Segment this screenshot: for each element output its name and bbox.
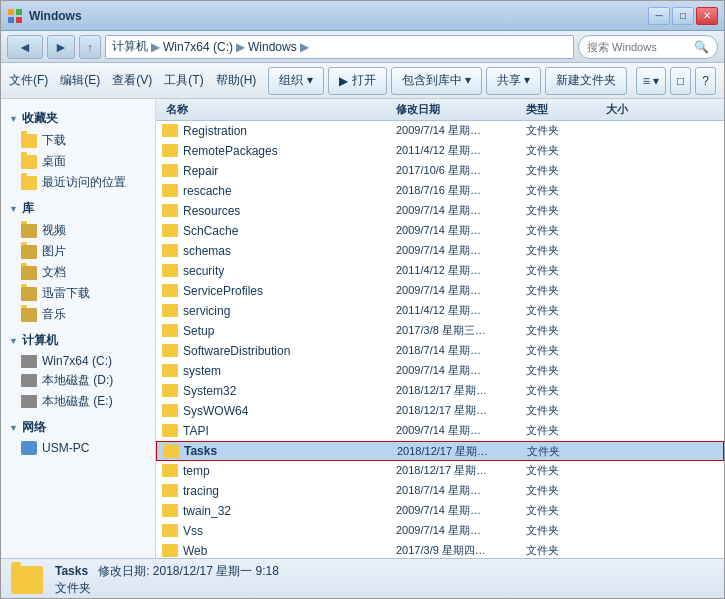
table-row[interactable]: SoftwareDistribution2018/7/14 星期…文件夹	[156, 341, 724, 361]
library-header[interactable]: ▼ 库	[1, 197, 155, 220]
file-name-cell: Resources	[156, 204, 396, 218]
search-box[interactable]: 🔍	[578, 35, 718, 59]
menu-help[interactable]: 帮助(H)	[216, 72, 257, 89]
file-date: 2018/7/14 星期…	[396, 343, 526, 358]
favorites-header[interactable]: ▼ 收藏夹	[1, 107, 155, 130]
table-row[interactable]: rescache2018/7/16 星期…文件夹	[156, 181, 724, 201]
table-row[interactable]: TAPI2009/7/14 星期…文件夹	[156, 421, 724, 441]
organize-label: 组织 ▾	[279, 72, 312, 89]
file-list[interactable]: 名称 修改日期 类型 大小 Registration2009/7/14 星期…文…	[156, 99, 724, 558]
maximize-button[interactable]: □	[672, 7, 694, 25]
table-row[interactable]: Vss2009/7/14 星期…文件夹	[156, 521, 724, 541]
col-header-date[interactable]: 修改日期	[396, 102, 526, 117]
organize-button[interactable]: 组织 ▾	[268, 67, 323, 95]
table-row[interactable]: twain_322009/7/14 星期…文件夹	[156, 501, 724, 521]
file-date: 2018/7/14 星期…	[396, 483, 526, 498]
back-button[interactable]: ◄	[7, 35, 43, 59]
file-name: TAPI	[183, 424, 209, 438]
help-button[interactable]: ?	[695, 67, 716, 95]
menubar: 文件(F) 编辑(E) 查看(V) 工具(T) 帮助(H) 组织 ▾ ▶ 打开 …	[1, 63, 724, 99]
table-row[interactable]: Registration2009/7/14 星期…文件夹	[156, 121, 724, 141]
breadcrumb-computer[interactable]: 计算机	[112, 38, 148, 55]
file-type: 文件夹	[526, 243, 606, 258]
sidebar-item-usm[interactable]: USM-PC	[1, 439, 155, 457]
table-row[interactable]: Tasks2018/12/17 星期…文件夹	[156, 441, 724, 461]
file-type: 文件夹	[526, 303, 606, 318]
menu-edit[interactable]: 编辑(E)	[60, 72, 100, 89]
c-drive-icon	[21, 355, 37, 368]
breadcrumb-drive[interactable]: Win7x64 (C:)	[163, 40, 233, 54]
window-title: Windows	[29, 9, 82, 23]
col-header-size[interactable]: 大小	[606, 102, 666, 117]
sidebar-item-photo[interactable]: 图片	[1, 241, 155, 262]
sidebar-item-music[interactable]: 音乐	[1, 304, 155, 325]
new-folder-button[interactable]: 新建文件夹	[545, 67, 627, 95]
file-type: 文件夹	[526, 343, 606, 358]
menu-view[interactable]: 查看(V)	[112, 72, 152, 89]
sidebar-item-download[interactable]: 下载	[1, 130, 155, 151]
table-row[interactable]: System322018/12/17 星期…文件夹	[156, 381, 724, 401]
network-label: 网络	[22, 419, 46, 436]
minimize-button[interactable]: ─	[648, 7, 670, 25]
file-name: RemotePackages	[183, 144, 278, 158]
table-row[interactable]: SysWOW642018/12/17 星期…文件夹	[156, 401, 724, 421]
sidebar-item-d-drive[interactable]: 本地磁盘 (D:)	[1, 370, 155, 391]
file-rows-container: Registration2009/7/14 星期…文件夹RemotePackag…	[156, 121, 724, 558]
menu-file[interactable]: 文件(F)	[9, 72, 48, 89]
file-type: 文件夹	[526, 183, 606, 198]
breadcrumb-windows[interactable]: Windows	[248, 40, 297, 54]
table-row[interactable]: security2011/4/12 星期…文件夹	[156, 261, 724, 281]
sidebar-section-network: ▼ 网络 USM-PC	[1, 416, 155, 457]
preview-button[interactable]: □	[670, 67, 691, 95]
table-row[interactable]: Web2017/3/9 星期四…文件夹	[156, 541, 724, 558]
sidebar-item-desktop[interactable]: 桌面	[1, 151, 155, 172]
table-row[interactable]: RemotePackages2011/4/12 星期…文件夹	[156, 141, 724, 161]
file-name-cell: ServiceProfiles	[156, 284, 396, 298]
sidebar-item-video[interactable]: 视频	[1, 220, 155, 241]
view-toggle-button[interactable]: ≡ ▾	[636, 67, 666, 95]
table-row[interactable]: temp2018/12/17 星期…文件夹	[156, 461, 724, 481]
sidebar-item-doc[interactable]: 文档	[1, 262, 155, 283]
breadcrumb[interactable]: 计算机 ▶ Win7x64 (C:) ▶ Windows ▶	[105, 35, 574, 59]
folder-icon	[162, 364, 178, 377]
table-row[interactable]: Repair2017/10/6 星期…文件夹	[156, 161, 724, 181]
menu-tools[interactable]: 工具(T)	[164, 72, 203, 89]
forward-button[interactable]: ►	[47, 35, 75, 59]
table-row[interactable]: Resources2009/7/14 星期…文件夹	[156, 201, 724, 221]
sidebar-item-e-drive[interactable]: 本地磁盘 (E:)	[1, 391, 155, 412]
table-row[interactable]: SchCache2009/7/14 星期…文件夹	[156, 221, 724, 241]
svg-rect-1	[16, 9, 22, 15]
col-header-type[interactable]: 类型	[526, 102, 606, 117]
table-row[interactable]: tracing2018/7/14 星期…文件夹	[156, 481, 724, 501]
search-icon[interactable]: 🔍	[694, 40, 709, 54]
favorites-label: 收藏夹	[22, 110, 58, 127]
computer-header[interactable]: ▼ 计算机	[1, 329, 155, 352]
file-name: Repair	[183, 164, 218, 178]
up-button[interactable]: ↑	[79, 35, 101, 59]
table-row[interactable]: ServiceProfiles2009/7/14 星期…文件夹	[156, 281, 724, 301]
file-name: SoftwareDistribution	[183, 344, 290, 358]
sidebar-item-c-drive[interactable]: Win7x64 (C:)	[1, 352, 155, 370]
table-row[interactable]: system2009/7/14 星期…文件夹	[156, 361, 724, 381]
search-input[interactable]	[587, 41, 690, 53]
addressbar: ◄ ► ↑ 计算机 ▶ Win7x64 (C:) ▶ Windows ▶ 🔍	[1, 31, 724, 63]
window-controls: ─ □ ✕	[648, 7, 718, 25]
sidebar-item-thunder[interactable]: 迅雷下载	[1, 283, 155, 304]
status-folder-name: Tasks	[55, 564, 88, 578]
open-button[interactable]: ▶ 打开	[328, 67, 387, 95]
include-button[interactable]: 包含到库中 ▾	[391, 67, 482, 95]
file-name-cell: Web	[156, 544, 396, 558]
network-header[interactable]: ▼ 网络	[1, 416, 155, 439]
file-type: 文件夹	[526, 223, 606, 238]
col-header-name[interactable]: 名称	[156, 102, 396, 117]
table-row[interactable]: Setup2017/3/8 星期三…文件夹	[156, 321, 724, 341]
close-button[interactable]: ✕	[696, 7, 718, 25]
file-name: ServiceProfiles	[183, 284, 263, 298]
doc-icon	[21, 266, 37, 280]
sidebar-item-recent[interactable]: 最近访问的位置	[1, 172, 155, 193]
table-row[interactable]: schemas2009/7/14 星期…文件夹	[156, 241, 724, 261]
table-row[interactable]: servicing2011/4/12 星期…文件夹	[156, 301, 724, 321]
share-button[interactable]: 共享 ▾	[486, 67, 541, 95]
file-name-cell: SchCache	[156, 224, 396, 238]
sidebar-item-label: 文档	[42, 264, 66, 281]
